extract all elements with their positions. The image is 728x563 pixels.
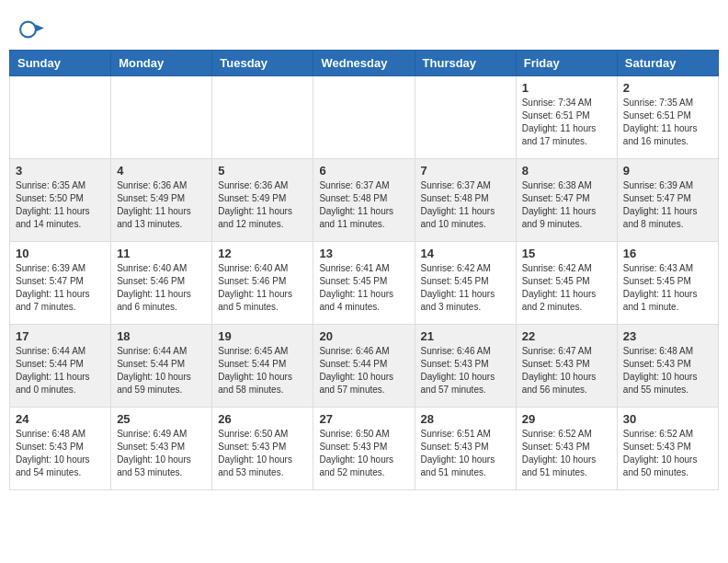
weekday-header-row: SundayMondayTuesdayWednesdayThursdayFrid… xyxy=(10,51,719,76)
day-info: Sunrise: 6:42 AM Sunset: 5:45 PM Dayligh… xyxy=(522,262,611,314)
calendar-cell: 9Sunrise: 6:39 AM Sunset: 5:47 PM Daylig… xyxy=(617,159,718,242)
day-number: 25 xyxy=(117,412,206,426)
day-number: 27 xyxy=(319,412,408,426)
day-info: Sunrise: 6:40 AM Sunset: 5:46 PM Dayligh… xyxy=(218,262,307,314)
day-number: 23 xyxy=(623,329,712,343)
svg-point-0 xyxy=(20,22,36,38)
day-number: 3 xyxy=(16,164,105,178)
day-number: 5 xyxy=(218,164,307,178)
day-info: Sunrise: 7:35 AM Sunset: 6:51 PM Dayligh… xyxy=(623,97,712,148)
day-number: 30 xyxy=(623,412,712,426)
day-info: Sunrise: 6:47 AM Sunset: 5:43 PM Dayligh… xyxy=(522,345,611,396)
header xyxy=(9,9,719,42)
calendar-cell: 21Sunrise: 6:46 AM Sunset: 5:43 PM Dayli… xyxy=(415,325,516,408)
calendar-cell: 12Sunrise: 6:40 AM Sunset: 5:46 PM Dayli… xyxy=(212,242,313,325)
weekday-header-thursday: Thursday xyxy=(415,51,516,76)
calendar-week-5: 24Sunrise: 6:48 AM Sunset: 5:43 PM Dayli… xyxy=(10,408,719,490)
day-info: Sunrise: 6:52 AM Sunset: 5:43 PM Dayligh… xyxy=(522,428,611,479)
calendar-cell: 25Sunrise: 6:49 AM Sunset: 5:43 PM Dayli… xyxy=(111,408,212,490)
calendar-cell xyxy=(10,76,111,159)
calendar-cell: 18Sunrise: 6:44 AM Sunset: 5:44 PM Dayli… xyxy=(111,325,212,408)
day-info: Sunrise: 6:35 AM Sunset: 5:50 PM Dayligh… xyxy=(16,179,105,231)
calendar-week-1: 1Sunrise: 7:34 AM Sunset: 6:51 PM Daylig… xyxy=(10,76,719,159)
day-number: 24 xyxy=(16,412,105,426)
calendar-cell: 3Sunrise: 6:35 AM Sunset: 5:50 PM Daylig… xyxy=(10,159,111,242)
calendar-week-3: 10Sunrise: 6:39 AM Sunset: 5:47 PM Dayli… xyxy=(10,242,719,325)
day-info: Sunrise: 6:45 AM Sunset: 5:44 PM Dayligh… xyxy=(218,345,307,396)
calendar-cell: 27Sunrise: 6:50 AM Sunset: 5:43 PM Dayli… xyxy=(313,408,415,490)
calendar-header: SundayMondayTuesdayWednesdayThursdayFrid… xyxy=(10,51,719,76)
calendar-cell: 15Sunrise: 6:42 AM Sunset: 5:45 PM Dayli… xyxy=(516,242,617,325)
weekday-header-monday: Monday xyxy=(111,51,212,76)
day-number: 26 xyxy=(218,412,307,426)
weekday-header-friday: Friday xyxy=(516,51,617,76)
calendar-table: SundayMondayTuesdayWednesdayThursdayFrid… xyxy=(9,50,719,490)
calendar-cell: 13Sunrise: 6:41 AM Sunset: 5:45 PM Dayli… xyxy=(313,242,415,325)
day-info: Sunrise: 6:36 AM Sunset: 5:49 PM Dayligh… xyxy=(218,179,307,231)
day-number: 8 xyxy=(522,164,611,178)
day-info: Sunrise: 6:39 AM Sunset: 5:47 PM Dayligh… xyxy=(16,262,105,314)
calendar-cell: 30Sunrise: 6:52 AM Sunset: 5:43 PM Dayli… xyxy=(617,408,718,490)
day-number: 19 xyxy=(218,329,307,343)
calendar-cell: 28Sunrise: 6:51 AM Sunset: 5:43 PM Dayli… xyxy=(415,408,516,490)
calendar-cell: 1Sunrise: 7:34 AM Sunset: 6:51 PM Daylig… xyxy=(516,76,617,159)
day-number: 11 xyxy=(117,247,206,260)
day-info: Sunrise: 6:37 AM Sunset: 5:48 PM Dayligh… xyxy=(421,179,510,231)
calendar-cell: 20Sunrise: 6:46 AM Sunset: 5:44 PM Dayli… xyxy=(313,325,415,408)
calendar-cell: 17Sunrise: 6:44 AM Sunset: 5:44 PM Dayli… xyxy=(10,325,111,408)
day-number: 13 xyxy=(319,247,408,260)
day-number: 29 xyxy=(522,412,611,426)
day-number: 15 xyxy=(522,247,611,260)
day-number: 12 xyxy=(218,247,307,260)
day-number: 28 xyxy=(421,412,510,426)
calendar-cell: 4Sunrise: 6:36 AM Sunset: 5:49 PM Daylig… xyxy=(111,159,212,242)
day-number: 14 xyxy=(421,247,510,260)
logo xyxy=(18,17,48,42)
weekday-header-wednesday: Wednesday xyxy=(313,51,415,76)
day-info: Sunrise: 6:41 AM Sunset: 5:45 PM Dayligh… xyxy=(319,262,408,314)
day-number: 22 xyxy=(522,329,611,343)
day-info: Sunrise: 6:36 AM Sunset: 5:49 PM Dayligh… xyxy=(117,179,206,231)
calendar-cell: 11Sunrise: 6:40 AM Sunset: 5:46 PM Dayli… xyxy=(111,242,212,325)
day-info: Sunrise: 6:43 AM Sunset: 5:45 PM Dayligh… xyxy=(623,262,712,314)
weekday-header-tuesday: Tuesday xyxy=(212,51,313,76)
weekday-header-sunday: Sunday xyxy=(10,51,111,76)
day-info: Sunrise: 6:46 AM Sunset: 5:44 PM Dayligh… xyxy=(319,345,408,396)
day-info: Sunrise: 6:50 AM Sunset: 5:43 PM Dayligh… xyxy=(319,428,408,479)
day-number: 2 xyxy=(623,81,712,95)
day-info: Sunrise: 6:52 AM Sunset: 5:43 PM Dayligh… xyxy=(623,428,712,479)
day-info: Sunrise: 6:50 AM Sunset: 5:43 PM Dayligh… xyxy=(218,428,307,479)
weekday-header-saturday: Saturday xyxy=(617,51,718,76)
day-number: 17 xyxy=(16,329,105,343)
calendar-cell: 26Sunrise: 6:50 AM Sunset: 5:43 PM Dayli… xyxy=(212,408,313,490)
day-number: 21 xyxy=(421,329,510,343)
calendar-week-2: 3Sunrise: 6:35 AM Sunset: 5:50 PM Daylig… xyxy=(10,159,719,242)
calendar-cell: 19Sunrise: 6:45 AM Sunset: 5:44 PM Dayli… xyxy=(212,325,313,408)
calendar-cell xyxy=(415,76,516,159)
calendar-cell: 29Sunrise: 6:52 AM Sunset: 5:43 PM Dayli… xyxy=(516,408,617,490)
day-info: Sunrise: 6:42 AM Sunset: 5:45 PM Dayligh… xyxy=(421,262,510,314)
day-number: 18 xyxy=(117,329,206,343)
day-number: 4 xyxy=(117,164,206,178)
calendar-cell: 23Sunrise: 6:48 AM Sunset: 5:43 PM Dayli… xyxy=(617,325,718,408)
day-number: 16 xyxy=(623,247,712,260)
calendar-cell: 8Sunrise: 6:38 AM Sunset: 5:47 PM Daylig… xyxy=(516,159,617,242)
day-info: Sunrise: 6:44 AM Sunset: 5:44 PM Dayligh… xyxy=(117,345,206,396)
calendar-cell: 6Sunrise: 6:37 AM Sunset: 5:48 PM Daylig… xyxy=(313,159,415,242)
day-number: 10 xyxy=(16,247,105,260)
calendar-cell: 16Sunrise: 6:43 AM Sunset: 5:45 PM Dayli… xyxy=(617,242,718,325)
calendar-cell: 2Sunrise: 7:35 AM Sunset: 6:51 PM Daylig… xyxy=(617,76,718,159)
day-info: Sunrise: 6:44 AM Sunset: 5:44 PM Dayligh… xyxy=(16,345,105,396)
day-info: Sunrise: 6:48 AM Sunset: 5:43 PM Dayligh… xyxy=(16,428,105,479)
logo-icon xyxy=(18,17,44,42)
day-info: Sunrise: 6:38 AM Sunset: 5:47 PM Dayligh… xyxy=(522,179,611,231)
calendar-cell xyxy=(313,76,415,159)
calendar-cell: 14Sunrise: 6:42 AM Sunset: 5:45 PM Dayli… xyxy=(415,242,516,325)
calendar-cell: 24Sunrise: 6:48 AM Sunset: 5:43 PM Dayli… xyxy=(10,408,111,490)
day-info: Sunrise: 6:48 AM Sunset: 5:43 PM Dayligh… xyxy=(623,345,712,396)
calendar-cell xyxy=(212,76,313,159)
calendar-cell: 7Sunrise: 6:37 AM Sunset: 5:48 PM Daylig… xyxy=(415,159,516,242)
day-info: Sunrise: 6:49 AM Sunset: 5:43 PM Dayligh… xyxy=(117,428,206,479)
day-info: Sunrise: 6:46 AM Sunset: 5:43 PM Dayligh… xyxy=(421,345,510,396)
calendar-cell: 22Sunrise: 6:47 AM Sunset: 5:43 PM Dayli… xyxy=(516,325,617,408)
